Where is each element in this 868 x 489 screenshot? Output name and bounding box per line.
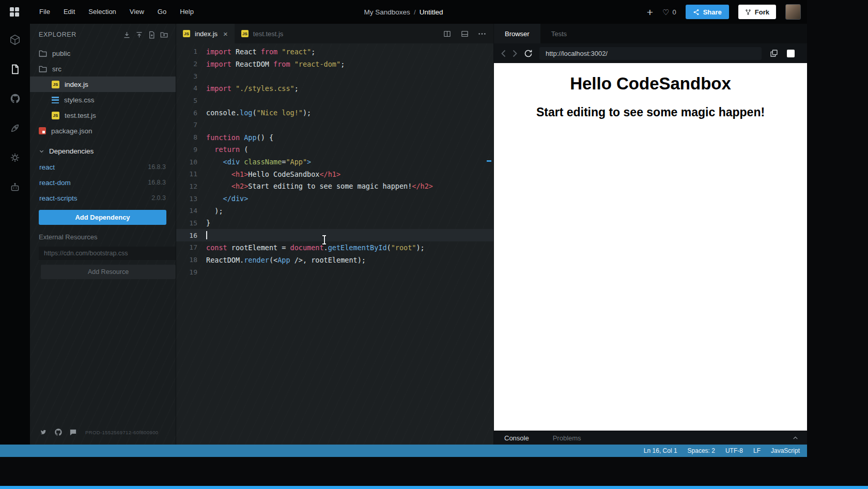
file-src[interactable]: src (30, 61, 176, 77)
feedback-chat-icon[interactable] (69, 429, 77, 436)
dependencies-section-header[interactable]: Dependencies (30, 143, 176, 159)
code-line-14[interactable]: 14 ); (176, 205, 493, 217)
code-line-12[interactable]: 12 <h2>Start editing to see some magic h… (176, 180, 493, 193)
export-sandbox-icon[interactable] (123, 31, 131, 39)
code-line-3[interactable]: 3 (176, 70, 493, 82)
code-line-2[interactable]: 2import ReactDOM from "react-dom"; (176, 58, 493, 70)
line-number: 4 (176, 84, 206, 92)
status-encoding[interactable]: UTF-8 (725, 447, 743, 454)
dependency-name: react-dom (39, 179, 71, 187)
code-line-18[interactable]: 18ReactDOM.render(<App />, rootElement); (176, 254, 493, 266)
avatar[interactable] (785, 4, 801, 20)
preview-layout-icon[interactable] (460, 30, 469, 38)
menu-help[interactable]: Help (173, 0, 200, 24)
add-resource-button[interactable]: Add Resource (41, 265, 176, 279)
external-resource-input[interactable] (39, 247, 176, 260)
twitter-icon[interactable] (39, 429, 48, 436)
external-resources-title: External Resources (39, 233, 176, 241)
file-package.json[interactable]: package.json (30, 123, 176, 139)
file-public[interactable]: public (30, 45, 176, 61)
share-icon (693, 9, 700, 16)
code-line-5[interactable]: 5 (176, 95, 493, 107)
tab-index.js[interactable]: JSindex.js× (176, 24, 235, 43)
line-number: 1 (176, 48, 206, 55)
code-text: function App() { (206, 133, 273, 142)
file-name: package.json (51, 127, 92, 135)
chevron-up-icon[interactable] (792, 435, 799, 441)
code-line-13[interactable]: 13 </div> (176, 192, 493, 205)
sandbox-title[interactable]: Untitled (420, 8, 443, 16)
code-text: return ( (206, 145, 248, 154)
file-name: public (52, 50, 70, 57)
workspace-menu-icon[interactable] (10, 7, 19, 17)
console-tab-console[interactable]: Console (504, 434, 529, 442)
tab-test.test.js[interactable]: JStest.test.js (235, 24, 290, 43)
menu-file[interactable]: File (33, 0, 57, 24)
breadcrumb-parent[interactable]: My Sandboxes (364, 8, 410, 16)
line-number: 17 (176, 243, 206, 251)
file-explorer-icon[interactable] (0, 54, 30, 84)
forward-icon[interactable] (513, 50, 517, 57)
file-test.test.js[interactable]: JStest.test.js (30, 108, 176, 123)
menu-view[interactable]: View (123, 0, 151, 24)
share-button[interactable]: Share (686, 5, 729, 19)
menu-selection[interactable]: Selection (82, 0, 122, 24)
code-line-4[interactable]: 4import "./styles.css"; (176, 82, 493, 95)
file-styles.css[interactable]: styles.css (30, 92, 176, 108)
line-number: 8 (176, 133, 206, 141)
like-button[interactable]: ♡ 0 (662, 8, 676, 16)
code-line-19[interactable]: 19 (176, 266, 493, 278)
live-robot-icon[interactable] (0, 172, 30, 202)
code-editor[interactable]: 1import React from "react";2import React… (176, 43, 493, 445)
menu-edit[interactable]: Edit (57, 0, 82, 24)
status-cursor-position[interactable]: Ln 16, Col 1 (644, 447, 677, 454)
new-file-icon[interactable] (148, 31, 156, 39)
settings-gear-icon[interactable] (0, 143, 30, 172)
code-line-10[interactable]: 10 <div className="App"> (176, 156, 493, 168)
dependency-react[interactable]: react16.8.3 (30, 159, 176, 175)
status-language-mode[interactable]: JavaScript (771, 447, 800, 454)
code-line-6[interactable]: 6console.log("Nice log!"); (176, 106, 493, 119)
code-line-15[interactable]: 15} (176, 217, 493, 230)
dependency-react-scripts[interactable]: react-scripts2.0.3 (30, 190, 176, 206)
dependency-version: 2.0.3 (151, 194, 166, 202)
file-index.js[interactable]: JSindex.js (30, 77, 176, 92)
open-in-new-window-icon[interactable] (770, 49, 778, 57)
upload-icon[interactable] (135, 31, 143, 39)
refresh-icon[interactable] (524, 49, 533, 58)
code-line-1[interactable]: 1import React from "react"; (176, 45, 493, 58)
preview-tab-bar: BrowserTests (494, 24, 807, 43)
github-footer-icon[interactable] (54, 428, 63, 436)
line-number: 11 (176, 170, 206, 178)
preview-tab-browser[interactable]: Browser (494, 24, 540, 43)
fork-icon (745, 9, 751, 16)
code-line-11[interactable]: 11 <h1>Hello CodeSandbox</h1> (176, 168, 493, 180)
fork-button[interactable]: Fork (738, 5, 776, 19)
address-bar[interactable]: http://localhost:3002/ (539, 47, 762, 60)
sandbox-info-icon[interactable] (0, 25, 30, 54)
code-line-16[interactable]: 16 (176, 229, 493, 241)
split-editor-icon[interactable] (443, 30, 452, 38)
preview-tab-tests[interactable]: Tests (540, 24, 578, 43)
text-caret (206, 231, 207, 239)
close-tab-icon[interactable]: × (223, 29, 228, 38)
code-line-17[interactable]: 17const rootElement = document.getElemen… (176, 241, 493, 254)
more-options-icon[interactable] (478, 33, 486, 35)
code-line-9[interactable]: 9 return ( (176, 144, 493, 156)
solid-square-icon[interactable] (787, 50, 795, 57)
code-line-8[interactable]: 8function App() { (176, 131, 493, 144)
css-file-icon (52, 97, 59, 103)
console-tab-problems[interactable]: Problems (553, 434, 581, 442)
dependency-react-dom[interactable]: react-dom16.8.3 (30, 175, 176, 190)
github-icon[interactable] (0, 84, 30, 113)
code-line-7[interactable]: 7 (176, 119, 493, 131)
new-folder-icon[interactable] (160, 31, 168, 39)
status-eol[interactable]: LF (753, 447, 761, 454)
new-sandbox-button[interactable]: + (647, 7, 653, 18)
back-icon[interactable] (501, 50, 506, 57)
menu-go[interactable]: Go (151, 0, 173, 24)
deployment-rocket-icon[interactable] (0, 113, 30, 143)
status-indentation[interactable]: Spaces: 2 (688, 447, 715, 454)
codesandbox-app: FileEditSelectionViewGoHelp My Sandboxes… (0, 0, 807, 457)
add-dependency-button[interactable]: Add Dependency (39, 210, 166, 225)
